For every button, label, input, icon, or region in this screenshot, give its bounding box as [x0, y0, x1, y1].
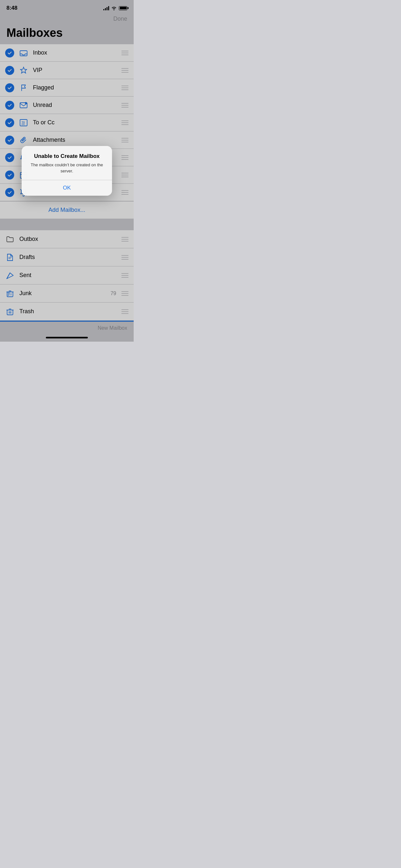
modal-message: The mailbox couldn’t be created on the s… [28, 162, 105, 174]
modal-actions: OK [22, 180, 112, 196]
modal-dialog: Unable to Create Mailbox The mailbox cou… [22, 146, 112, 195]
modal-ok-button[interactable]: OK [22, 180, 112, 196]
modal-content: Unable to Create Mailbox The mailbox cou… [22, 146, 112, 180]
modal-title: Unable to Create Mailbox [28, 153, 105, 159]
modal-overlay: Unable to Create Mailbox The mailbox cou… [0, 0, 134, 342]
